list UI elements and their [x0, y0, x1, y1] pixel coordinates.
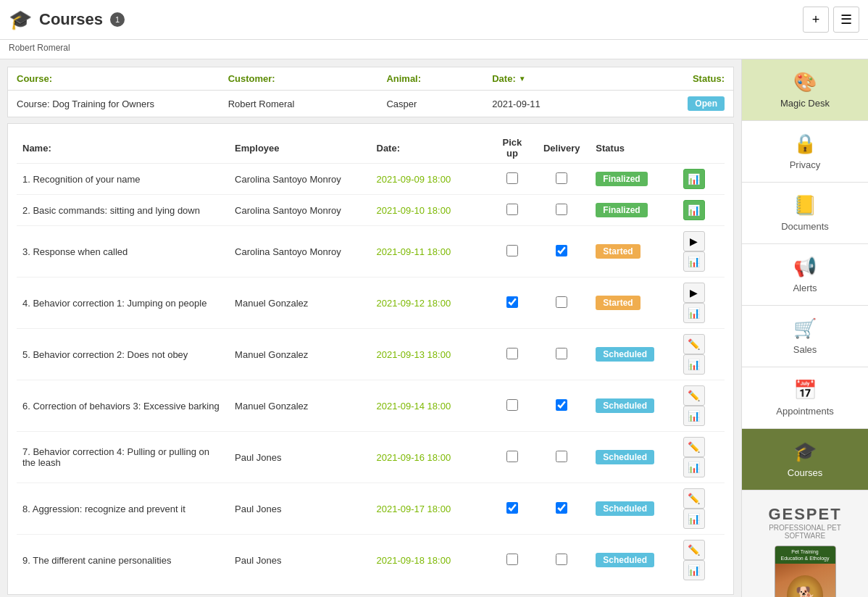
session-status: Scheduled	[590, 329, 675, 380]
session-status: Finalized	[590, 195, 675, 226]
col-header-course: Course:	[17, 73, 228, 84]
chart-button[interactable]: 📊	[683, 169, 705, 189]
table-row: 1. Recognition of your name Carolina San…	[17, 164, 725, 195]
th-status: Status	[590, 133, 675, 164]
chart-button[interactable]: 📊	[683, 457, 705, 477]
session-delivery[interactable]	[533, 483, 590, 535]
chart-button[interactable]: 📊	[683, 200, 705, 220]
delivery-checkbox[interactable]	[556, 348, 567, 359]
delivery-checkbox[interactable]	[556, 172, 567, 184]
status-badge: Started	[596, 244, 640, 259]
chart-button[interactable]: 📊	[683, 251, 705, 272]
sidebar-label-alerts: Alerts	[793, 283, 817, 293]
session-delivery[interactable]	[533, 277, 590, 329]
pickup-checkbox[interactable]	[506, 554, 518, 565]
delivery-checkbox[interactable]	[556, 296, 567, 308]
edit-button[interactable]: ✏️	[683, 437, 705, 457]
session-actions: ✏️ 📊	[675, 535, 725, 586]
session-delivery[interactable]	[533, 329, 590, 380]
col-header-date[interactable]: Date: ▼	[492, 73, 619, 84]
forward-button[interactable]: ▶	[683, 283, 705, 303]
chart-button[interactable]: 📊	[683, 560, 705, 580]
session-pickup[interactable]	[491, 432, 534, 483]
pickup-checkbox[interactable]	[506, 172, 518, 184]
session-delivery[interactable]	[533, 535, 590, 586]
sidebar-item-appointments[interactable]: 📅 Appointments	[742, 367, 868, 429]
delivery-checkbox[interactable]	[556, 399, 567, 411]
status-badge: Scheduled	[596, 501, 654, 516]
status-badge: Started	[596, 296, 640, 310]
sidebar-item-courses[interactable]: 🎓 Courses	[742, 429, 868, 490]
session-pickup[interactable]	[491, 535, 534, 586]
delivery-checkbox[interactable]	[556, 451, 567, 462]
sidebar-item-magic-desk[interactable]: 🎨 Magic Desk	[742, 59, 868, 121]
pickup-checkbox[interactable]	[506, 296, 518, 308]
delivery-checkbox[interactable]	[556, 554, 567, 565]
edit-button[interactable]: ✏️	[683, 334, 705, 354]
status-badge: Scheduled	[596, 450, 654, 464]
session-employee: Carolina Santoyo Monroy	[229, 164, 370, 195]
course-status: Open	[619, 96, 725, 111]
session-pickup[interactable]	[491, 195, 534, 226]
edit-button[interactable]: ✏️	[683, 488, 705, 509]
privacy-icon: 🔒	[793, 133, 817, 155]
session-pickup[interactable]	[491, 329, 534, 380]
courses-icon: 🎓	[793, 441, 817, 463]
appointments-icon: 📅	[793, 379, 817, 401]
pickup-checkbox[interactable]	[506, 451, 518, 462]
session-delivery[interactable]	[533, 195, 590, 226]
chart-button[interactable]: 📊	[683, 406, 705, 426]
session-delivery[interactable]	[533, 226, 590, 277]
chart-button[interactable]: 📊	[683, 509, 705, 529]
session-pickup[interactable]	[491, 483, 534, 535]
sidebar-item-sales[interactable]: 🛒 Sales	[742, 306, 868, 367]
app-header: 🎓 Courses 1 + ☰	[0, 0, 868, 40]
sort-arrow-icon: ▼	[519, 75, 526, 83]
pickup-checkbox[interactable]	[506, 399, 518, 411]
sidebar-item-documents[interactable]: 📒 Documents	[742, 183, 868, 244]
session-actions: ▶ 📊	[675, 226, 725, 277]
session-employee: Paul Jones	[229, 535, 370, 586]
sidebar-item-privacy[interactable]: 🔒 Privacy	[742, 121, 868, 183]
pickup-checkbox[interactable]	[506, 245, 518, 256]
session-pickup[interactable]	[491, 277, 534, 329]
pickup-checkbox[interactable]	[506, 204, 518, 215]
pickup-checkbox[interactable]	[506, 502, 518, 514]
magic-desk-icon: 🎨	[793, 71, 817, 93]
session-delivery[interactable]	[533, 164, 590, 195]
table-row: 8. Aggression: recognize and prevent it …	[17, 483, 725, 535]
forward-button[interactable]: ▶	[683, 231, 705, 251]
menu-button[interactable]: ☰	[833, 7, 859, 33]
sidebar-item-alerts[interactable]: 📢 Alerts	[742, 244, 868, 306]
session-employee: Manuel Gonzalez	[229, 380, 370, 432]
session-employee: Carolina Santoyo Monroy	[229, 226, 370, 277]
add-button[interactable]: +	[803, 7, 829, 33]
session-actions: 📊	[675, 195, 725, 226]
session-pickup[interactable]	[491, 226, 534, 277]
course-animal: Casper	[386, 99, 492, 109]
edit-button[interactable]: ✏️	[683, 385, 705, 406]
chart-button[interactable]: 📊	[683, 303, 705, 323]
delivery-checkbox[interactable]	[556, 502, 567, 514]
app-title: Courses	[39, 10, 103, 29]
edit-button[interactable]: ✏️	[683, 540, 705, 560]
sales-icon: 🛒	[793, 317, 817, 340]
session-delivery[interactable]	[533, 432, 590, 483]
delivery-checkbox[interactable]	[556, 204, 567, 215]
session-pickup[interactable]	[491, 380, 534, 432]
session-name: 7. Behavior correction 4: Pulling or pul…	[17, 432, 229, 483]
session-delivery[interactable]	[533, 380, 590, 432]
pickup-checkbox[interactable]	[506, 348, 518, 359]
sidebar-label-courses: Courses	[788, 467, 822, 478]
delivery-checkbox[interactable]	[556, 245, 567, 256]
session-status: Scheduled	[590, 483, 675, 535]
table-row: 9. The different canine personalities Pa…	[17, 535, 725, 586]
session-actions: ✏️ 📊	[675, 329, 725, 380]
session-status: Started	[590, 226, 675, 277]
session-date: 2021-09-09 18:00	[371, 164, 491, 195]
table-row: 5. Behavior correction 2: Does not obey …	[17, 329, 725, 380]
th-actions	[675, 133, 725, 164]
session-pickup[interactable]	[491, 164, 534, 195]
course-list-header: Course: Customer: Animal: Date: ▼ Status…	[7, 67, 734, 90]
chart-button[interactable]: 📊	[683, 354, 705, 375]
